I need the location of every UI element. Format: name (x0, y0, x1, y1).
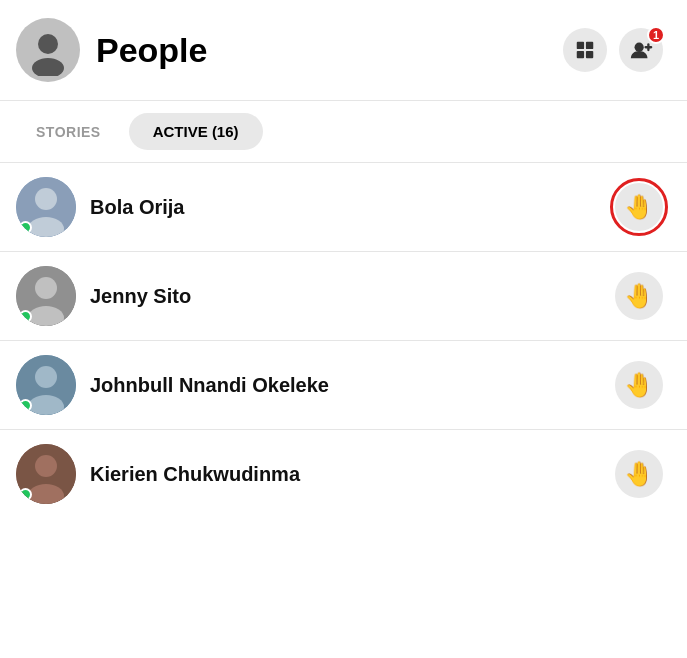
svg-rect-4 (577, 51, 584, 58)
person-name: Jenny Sito (90, 285, 615, 308)
person-name: Kierien Chukwudinma (90, 463, 615, 486)
list-item: Jenny Sito 🤚 (0, 252, 687, 340)
online-indicator (19, 399, 32, 412)
person-name: Johnbull Nnandi Okeleke (90, 374, 615, 397)
tab-stories[interactable]: STORIES (24, 116, 113, 148)
contacts-button[interactable] (563, 28, 607, 72)
person-name: Bola Orija (90, 196, 615, 219)
svg-point-16 (35, 366, 57, 388)
notification-badge: 1 (647, 26, 665, 44)
wave-button[interactable]: 🤚 (615, 272, 663, 320)
svg-point-13 (35, 277, 57, 299)
avatar (16, 177, 76, 237)
wave-button[interactable]: 🤚 (615, 450, 663, 498)
online-indicator (19, 488, 32, 501)
tab-active[interactable]: ACTIVE (16) (129, 113, 263, 150)
svg-rect-2 (577, 42, 584, 49)
svg-point-0 (38, 34, 58, 54)
tabs-bar: STORIES ACTIVE (16) (0, 101, 687, 162)
header-actions: 1 (563, 28, 663, 72)
app-header: People 1 (0, 0, 687, 100)
avatar (16, 266, 76, 326)
svg-point-10 (35, 188, 57, 210)
wave-button[interactable]: 🤚 (615, 183, 663, 231)
wave-button[interactable]: 🤚 (615, 361, 663, 409)
avatar (16, 444, 76, 504)
people-list: Bola Orija 🤚 Jenny Sito 🤚 (0, 163, 687, 518)
svg-point-1 (32, 58, 64, 76)
svg-point-6 (635, 43, 644, 52)
add-friend-button[interactable]: 1 (619, 28, 663, 72)
list-item: Kierien Chukwudinma 🤚 (0, 430, 687, 518)
page-title: People (96, 31, 563, 70)
list-item: Bola Orija 🤚 (0, 163, 687, 251)
list-item: Johnbull Nnandi Okeleke 🤚 (0, 341, 687, 429)
svg-rect-3 (586, 42, 593, 49)
header-avatar (16, 18, 80, 82)
avatar (16, 355, 76, 415)
svg-rect-5 (586, 51, 593, 58)
online-indicator (19, 221, 32, 234)
online-indicator (19, 310, 32, 323)
svg-point-19 (35, 455, 57, 477)
